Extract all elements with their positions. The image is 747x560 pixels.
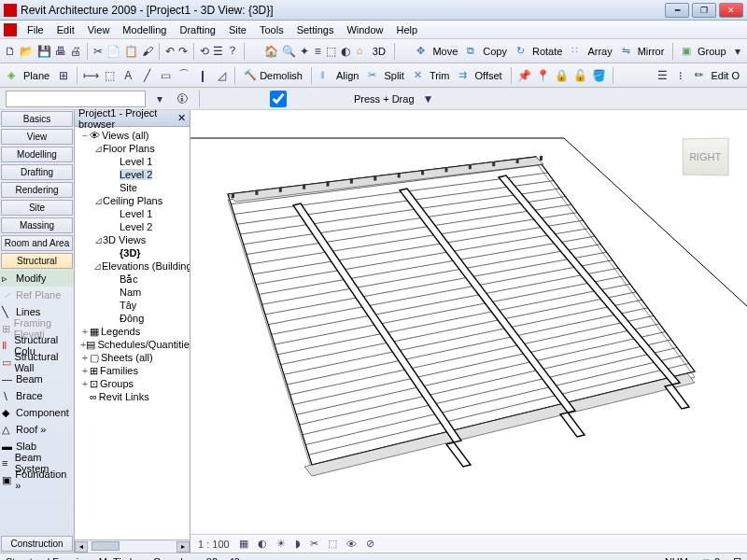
scroll-right-icon[interactable]: ▸	[176, 541, 190, 553]
list-icon[interactable]: ⫶	[672, 67, 689, 84]
tab-massing[interactable]: Massing	[1, 217, 73, 233]
demolish-button[interactable]: 🔨Demolish	[240, 69, 306, 82]
tree-node[interactable]: ⊿3D Views	[77, 233, 188, 246]
copy-icon[interactable]: 📄	[106, 43, 121, 60]
visual-style-icon[interactable]: ◐	[258, 538, 267, 550]
redo-icon[interactable]: ↷	[177, 43, 189, 60]
temp-hide-icon[interactable]: ⊘	[366, 538, 374, 550]
crop-region-icon[interactable]: ⬚	[328, 538, 337, 550]
tab-modelling[interactable]: Modelling	[1, 147, 73, 162]
offset-button[interactable]: ⇉Offset	[455, 69, 505, 82]
menu-view[interactable]: View	[81, 24, 117, 35]
expand-icon[interactable]: +	[80, 365, 90, 376]
tree-node[interactable]: +▤Schedules/Quantitie	[77, 338, 188, 351]
scale-label[interactable]: 1 : 100	[198, 539, 230, 550]
designbar-item-foundation-[interactable]: ▣Foundation »	[0, 471, 74, 488]
minimize-button[interactable]: ━	[665, 3, 689, 18]
edit-button[interactable]: ✏Edit O	[691, 69, 743, 82]
split-button[interactable]: ✂Split	[364, 69, 407, 82]
three-d-button[interactable]: ⌂3D	[353, 45, 389, 58]
save-icon[interactable]: 💾	[36, 43, 52, 60]
cube-icon[interactable]: ⬚	[325, 43, 337, 60]
designbar-item-brace[interactable]: ∖Brace	[0, 387, 74, 404]
menu-modelling[interactable]: Modelling	[116, 24, 173, 35]
menu-settings[interactable]: Settings	[290, 24, 341, 35]
zoom-icon[interactable]: 🔍	[281, 43, 297, 60]
designbar-item-modify[interactable]: ▹Modify	[0, 270, 74, 287]
hide-icon[interactable]: 👁	[346, 539, 357, 550]
pin-icon[interactable]: 📌	[516, 67, 533, 84]
drawing-canvas[interactable]: RIGHT	[190, 110, 747, 534]
tree-node[interactable]: {3D}	[77, 246, 188, 259]
menu-edit[interactable]: Edit	[50, 24, 81, 35]
tree-node[interactable]: Level 1	[77, 155, 188, 168]
menu-site[interactable]: Site	[222, 24, 253, 35]
help-icon[interactable]: ？	[226, 43, 239, 60]
type-selector-input[interactable]	[6, 91, 146, 107]
lines-icon[interactable]: ╱	[138, 67, 155, 84]
tree-node[interactable]: +⊞Families	[77, 364, 188, 377]
tab-rendering[interactable]: Rendering	[1, 182, 73, 198]
lock-icon[interactable]: 🔒	[554, 67, 571, 84]
rotate-button[interactable]: ↻Rotate	[513, 45, 566, 58]
tag-icon[interactable]: ⬚	[101, 67, 118, 84]
tab-drafting[interactable]: Drafting	[1, 164, 73, 180]
arc-icon[interactable]: ⌒	[176, 67, 192, 84]
sun-icon[interactable]: ☀	[276, 538, 286, 550]
tab-room-area[interactable]: Room and Area	[1, 235, 73, 251]
tree-node[interactable]: ⊿Ceiling Plans	[77, 194, 188, 207]
print-icon[interactable]: 🖨	[69, 43, 82, 60]
tree-node[interactable]: Level 2	[77, 168, 188, 181]
cut-icon[interactable]: ✂	[92, 43, 104, 60]
menu-file[interactable]: File	[21, 24, 50, 35]
tab-basics[interactable]: Basics	[1, 111, 73, 127]
dim-icon[interactable]: ⟼	[82, 67, 99, 84]
filter-selection-icon[interactable]: ▼	[420, 91, 437, 107]
new-icon[interactable]: 🗋	[4, 43, 17, 60]
roof-icon[interactable]: ◿	[213, 67, 230, 84]
menu-window[interactable]: Window	[340, 24, 389, 35]
app-menu-icon[interactable]	[4, 23, 17, 36]
scroll-thumb[interactable]	[92, 541, 120, 551]
expand-icon[interactable]: ⊿	[93, 260, 102, 273]
crop-icon[interactable]: ✂	[310, 538, 318, 550]
expand-icon[interactable]: ⊿	[93, 195, 103, 207]
tree-node[interactable]: Level 2	[77, 220, 188, 233]
unpin-icon[interactable]: 📍	[535, 67, 552, 84]
tab-structural[interactable]: Structural	[1, 253, 73, 269]
thin-lines-icon[interactable]: ≡	[312, 43, 323, 60]
expand-icon[interactable]: +	[80, 326, 90, 337]
tab-site[interactable]: Site	[1, 200, 73, 216]
press-drag-checkbox[interactable]	[208, 91, 348, 107]
tree-node[interactable]: Site	[77, 181, 188, 194]
unlock-icon[interactable]: 🔓	[572, 67, 589, 84]
tree-node[interactable]: Level 1	[77, 207, 188, 220]
expand-icon[interactable]: −	[80, 130, 90, 141]
rect-icon[interactable]: ▭	[157, 67, 174, 84]
menu-help[interactable]: Help	[390, 24, 425, 35]
status-extra-icon[interactable]: ⊡	[733, 555, 741, 560]
saveall-icon[interactable]: 🖶	[54, 43, 67, 60]
menu-drafting[interactable]: Drafting	[173, 24, 222, 35]
designbar-item-structural-wall[interactable]: ▭Structural Wall	[0, 354, 74, 371]
close-button[interactable]: ✕	[719, 3, 743, 18]
designbar-item-component[interactable]: ◆Component	[0, 404, 74, 421]
filter-count[interactable]: ▼:0	[701, 556, 720, 561]
group-dropdown-icon[interactable]: ▾	[732, 43, 743, 60]
trim-button[interactable]: ✕Trim	[410, 69, 454, 82]
paint-icon[interactable]: 🪣	[591, 67, 608, 84]
detail-icon[interactable]: ▦	[239, 538, 248, 550]
project-tree[interactable]: −👁Views (all)⊿Floor PlansLevel 1Level 2S…	[75, 127, 190, 539]
view-cube[interactable]: RIGHT	[683, 137, 729, 175]
type-dropdown-icon[interactable]: ▾	[151, 91, 168, 107]
open-icon[interactable]: 📂	[19, 43, 35, 60]
align-button[interactable]: ⫴Align	[317, 69, 362, 82]
tree-node[interactable]: +▢Sheets (all)	[77, 351, 188, 364]
copy-button[interactable]: ⧉Copy	[463, 45, 511, 58]
tree-node[interactable]: Đông	[77, 312, 188, 325]
tab-view[interactable]: View	[1, 129, 73, 145]
browser-close-icon[interactable]: ✕	[177, 112, 186, 124]
filter-icon[interactable]: ☰	[654, 67, 670, 84]
maximize-button[interactable]: ❐	[692, 3, 716, 18]
menu-tools[interactable]: Tools	[253, 24, 290, 35]
